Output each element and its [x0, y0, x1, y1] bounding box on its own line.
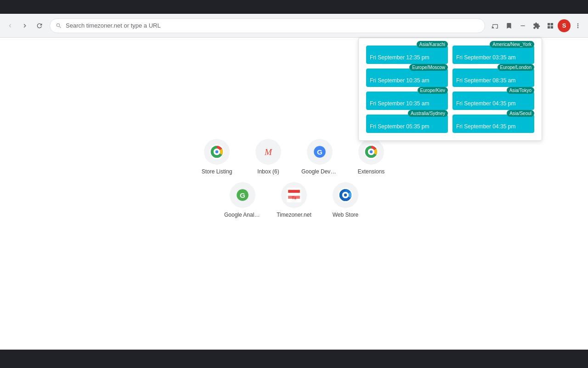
inbox-icon: M [255, 139, 281, 165]
shortcut-google-analytics[interactable]: G Google Analy... [224, 182, 261, 218]
back-button[interactable] [4, 19, 17, 32]
google-dev-icon: G [307, 139, 333, 165]
shortcut-timezoner[interactable]: Tz Timezoner.net [276, 182, 312, 218]
shortcut-web-store[interactable]: Web Store [327, 182, 364, 218]
tz-item-kiev: Europe/Kiev Fri September 10:35 am [366, 92, 448, 110]
svg-text:Tz: Tz [292, 196, 296, 200]
store-listing-icon [204, 139, 230, 165]
top-bar [0, 0, 588, 14]
tz-item-tokyo: Asia/Tokyo Fri September 04:35 pm [452, 92, 534, 110]
toolbar-actions: S [489, 19, 584, 32]
store-listing-label: Store Listing [202, 168, 232, 175]
google-dev-label: Google Devel... [301, 168, 338, 175]
reload-button[interactable] [33, 19, 46, 32]
svg-point-3 [215, 150, 218, 153]
inbox-label: Inbox (6) [257, 168, 279, 175]
tz-time-seoul: Fri September 04:35 pm [456, 123, 515, 130]
main-content: Asia/Karachi Fri September 12:35 pm Amer… [0, 38, 588, 350]
tz-time-london: Fri September 08:35 am [456, 77, 515, 84]
tz-label-kiev: Europe/Kiev [418, 87, 448, 94]
extensions-label: Extensions [358, 168, 385, 175]
forward-button[interactable] [18, 19, 31, 32]
svg-text:G: G [240, 191, 245, 199]
timezone-popup: Asia/Karachi Fri September 12:35 pm Amer… [358, 38, 542, 141]
tz-time-karachi: Fri September 12:35 pm [370, 54, 429, 61]
shortcuts-section: Store Listing M Inbox (6) G Google De [198, 139, 390, 218]
google-analytics-icon: G [230, 182, 255, 208]
tz-time-sydney: Fri September 05:35 pm [370, 123, 429, 130]
tz-item-sydney: Australia/Sydney Fri September 05:35 pm [366, 115, 448, 133]
svg-rect-14 [288, 190, 300, 193]
svg-point-21 [344, 194, 347, 196]
tz-time-tokyo: Fri September 04:35 pm [456, 100, 515, 107]
tz-label-tokyo: Asia/Tokyo [507, 87, 534, 94]
shortcut-inbox[interactable]: M Inbox (6) [250, 139, 287, 175]
extensions-icon [358, 139, 384, 165]
tz-item-karachi: Asia/Karachi Fri September 12:35 pm [366, 46, 448, 64]
shortcut-store-listing[interactable]: Store Listing [198, 139, 235, 175]
shortcuts-row-2: G Google Analy... Tz Timezoner.n [224, 182, 364, 218]
web-store-icon [333, 182, 358, 208]
menu-button[interactable] [571, 19, 584, 32]
tz-time-kiev: Fri September 10:35 am [370, 100, 429, 107]
window-toggle-button[interactable] [544, 19, 557, 32]
extensions-button[interactable] [530, 19, 543, 32]
tz-label-seoul: Asia/Seoul [507, 110, 534, 117]
shortcut-google-dev[interactable]: G Google Devel... [301, 139, 338, 175]
google-analytics-label: Google Analy... [224, 212, 261, 218]
web-store-label: Web Store [333, 212, 358, 218]
tz-item-london: Europe/London Fri September 08:35 am [452, 69, 534, 87]
timezoner-label: Timezoner.net [277, 212, 311, 218]
chrome-toolbar: Search timezoner.net or type a URL S [0, 14, 588, 38]
tz-label-karachi: Asia/Karachi [417, 41, 448, 48]
tz-time-new-york: Fri September 03:35 am [456, 54, 515, 61]
profile-button[interactable]: S [558, 19, 571, 32]
svg-text:G: G [317, 148, 322, 156]
tz-item-moscow: Europe/Moscow Fri September 10:35 am [366, 69, 448, 87]
tz-item-new-york: America/New_York Fri September 03:35 am [452, 46, 534, 64]
tz-label-sydney: Australia/Sydney [408, 110, 448, 117]
bookmark-button[interactable] [503, 19, 515, 32]
tz-item-seoul: Asia/Seoul Fri September 04:35 pm [452, 115, 534, 133]
tz-label-moscow: Europe/Moscow [409, 64, 448, 71]
address-bar[interactable]: Search timezoner.net or type a URL [50, 18, 485, 33]
tz-time-moscow: Fri September 10:35 am [370, 77, 429, 84]
svg-text:M: M [264, 147, 272, 157]
address-text: Search timezoner.net or type a URL [66, 22, 161, 29]
cast-button[interactable] [489, 19, 502, 32]
search-icon [56, 23, 62, 29]
svg-point-10 [370, 150, 373, 153]
tz-label-new-york: America/New_York [490, 41, 534, 48]
minus-button[interactable] [516, 19, 529, 32]
bottom-bar [0, 350, 588, 368]
shortcut-extensions[interactable]: Extensions [353, 139, 390, 175]
shortcuts-row-1: Store Listing M Inbox (6) G Google De [198, 139, 390, 175]
tz-label-london: Europe/London [498, 64, 534, 71]
timezoner-icon: Tz [281, 182, 307, 208]
